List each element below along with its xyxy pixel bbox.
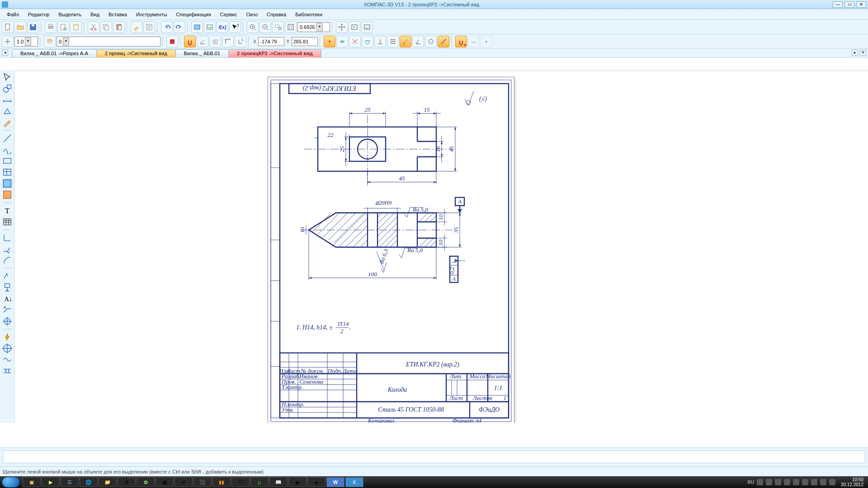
layers-button[interactable] bbox=[44, 36, 56, 47]
layer-combo[interactable]: 0▾ bbox=[57, 37, 160, 47]
zoom-in-button[interactable] bbox=[247, 21, 259, 33]
menu-libs[interactable]: Библиотеки bbox=[291, 10, 326, 19]
snap-toggle-button[interactable] bbox=[184, 36, 196, 47]
taskbar-item-book[interactable]: 📖 bbox=[269, 477, 288, 487]
tabs-scroll-left[interactable]: ◂ bbox=[2, 50, 8, 56]
fill-tool-icon[interactable] bbox=[2, 190, 13, 200]
table-tool-icon[interactable] bbox=[2, 167, 13, 177]
print-preview-button[interactable] bbox=[57, 21, 69, 33]
menu-window[interactable]: Окно bbox=[242, 10, 262, 19]
grid-button[interactable] bbox=[209, 36, 221, 47]
surface-finish-tool-icon[interactable] bbox=[2, 271, 13, 281]
tray-icon[interactable] bbox=[766, 479, 772, 485]
property-panel-content[interactable] bbox=[3, 450, 865, 463]
undo-button[interactable] bbox=[161, 21, 173, 33]
menu-edit[interactable]: Редактор bbox=[24, 10, 53, 19]
target-tool-icon[interactable] bbox=[2, 343, 13, 353]
edit-tool-icon[interactable] bbox=[2, 117, 13, 127]
tray-icon[interactable] bbox=[757, 479, 763, 485]
snap-disable-button[interactable]: ― bbox=[468, 36, 480, 47]
snap-add-button[interactable]: + bbox=[481, 36, 492, 47]
zoom-previous-button[interactable] bbox=[349, 21, 360, 33]
menu-help[interactable]: Справка bbox=[263, 10, 290, 19]
menu-service[interactable]: Сервис bbox=[216, 10, 241, 19]
zoom-extents-button[interactable] bbox=[285, 21, 297, 33]
snap-midpoint-button[interactable] bbox=[336, 36, 348, 47]
fx-button[interactable]: f(x) bbox=[217, 21, 228, 33]
arc-dim-tool-icon[interactable] bbox=[2, 255, 13, 265]
base-line-tool-icon[interactable] bbox=[2, 233, 13, 243]
geometry-tool-icon[interactable] bbox=[2, 84, 13, 94]
wave-tool-icon[interactable] bbox=[2, 355, 13, 365]
snap-nearest-button[interactable] bbox=[324, 36, 335, 47]
taskbar-item-kompas[interactable]: К bbox=[345, 477, 363, 487]
drawing-canvas[interactable]: ЕТИ.КГ.КР2 (вар.2) (√) bbox=[15, 70, 868, 423]
zoom-combo[interactable]: 0.6926▾ bbox=[297, 22, 330, 32]
tray-icon[interactable] bbox=[802, 479, 808, 485]
tray-clock[interactable]: 10:5020.12.2012 bbox=[838, 477, 866, 487]
tray-icon[interactable] bbox=[811, 479, 817, 485]
tray-volume-icon[interactable] bbox=[829, 479, 835, 485]
y-coord-field[interactable] bbox=[292, 37, 318, 46]
line-tool-icon[interactable] bbox=[2, 133, 13, 143]
menu-insert[interactable]: Вставка bbox=[104, 10, 131, 19]
close-button[interactable]: ✕ bbox=[856, 1, 866, 8]
taskbar-item-app6[interactable]: ▮▮ bbox=[212, 477, 231, 487]
snap-normal-button[interactable] bbox=[374, 36, 386, 47]
new-button[interactable] bbox=[2, 21, 14, 33]
menu-view[interactable]: Вид bbox=[86, 10, 104, 19]
angle-snap-button[interactable] bbox=[197, 36, 208, 47]
refresh-button[interactable] bbox=[361, 21, 373, 33]
menu-select[interactable]: Выделить bbox=[54, 10, 85, 19]
tray-lang[interactable]: RU bbox=[747, 480, 754, 485]
tabs-close[interactable]: ✕ bbox=[860, 50, 866, 56]
format-painter-button[interactable] bbox=[131, 21, 142, 33]
step-cursor-button[interactable] bbox=[2, 36, 14, 47]
break-tool-icon[interactable] bbox=[2, 366, 13, 376]
tray-icon[interactable] bbox=[784, 479, 790, 485]
menu-spec[interactable]: Спецификация bbox=[172, 10, 215, 19]
print-button[interactable] bbox=[45, 21, 57, 33]
taskbar-item-app4[interactable]: ☠ bbox=[175, 477, 193, 487]
local-cs-button[interactable]: L bbox=[235, 36, 246, 47]
ortho-button[interactable] bbox=[222, 36, 234, 47]
lightning-tool-icon[interactable] bbox=[2, 332, 13, 342]
snap-grid-button[interactable] bbox=[387, 36, 399, 47]
page-setup-button[interactable] bbox=[70, 21, 82, 33]
line-width-combo[interactable]: 1.0▾ bbox=[14, 37, 38, 47]
taskbar-item-app1[interactable]: ⚙ bbox=[118, 477, 136, 487]
tabs-scroll-right[interactable]: ▸ bbox=[852, 50, 858, 56]
hatch-tool-icon[interactable] bbox=[2, 178, 13, 188]
cut-button[interactable] bbox=[88, 21, 99, 33]
taskbar-item-app3[interactable]: ▦ bbox=[156, 477, 174, 487]
tray-icon[interactable] bbox=[793, 479, 799, 485]
tab-0[interactable]: Вилка _ АБВ.01 ->Разрез A-A bbox=[12, 49, 97, 57]
leader-tool-icon[interactable]: A bbox=[2, 305, 13, 315]
taskbar-item-media[interactable]: ▶ bbox=[42, 477, 60, 487]
weld-tool-icon[interactable] bbox=[2, 244, 13, 254]
tolerance-tool-icon[interactable]: A↓ bbox=[2, 294, 13, 304]
pan-button[interactable] bbox=[336, 21, 348, 33]
menu-tools[interactable]: Инструменты bbox=[132, 10, 171, 19]
snap-intersection-button[interactable] bbox=[349, 36, 361, 47]
x-coord-field[interactable] bbox=[258, 37, 284, 46]
taskbar-item-notes[interactable]: ☰ bbox=[61, 477, 79, 487]
taskbar-item-explorer[interactable]: ▣ bbox=[23, 477, 41, 487]
snap-angle-button[interactable] bbox=[412, 36, 424, 47]
copy-button[interactable] bbox=[100, 21, 112, 33]
menu-file[interactable]: Файл bbox=[3, 10, 23, 19]
notation-tool-icon[interactable] bbox=[2, 106, 13, 116]
open-button[interactable] bbox=[14, 21, 26, 33]
snap-point-button[interactable] bbox=[438, 36, 449, 47]
table2-tool-icon[interactable] bbox=[2, 217, 13, 227]
rectangle-tool-icon[interactable] bbox=[2, 156, 13, 166]
snap-endpoint-button[interactable] bbox=[400, 36, 411, 47]
stop-button[interactable] bbox=[166, 36, 178, 47]
spline-tool-icon[interactable] bbox=[2, 145, 13, 155]
taskbar-item-app5[interactable]: ⬛ bbox=[193, 477, 212, 487]
taskbar-item-daemon[interactable]: ▲ bbox=[307, 477, 326, 487]
taskbar-item-chrome[interactable]: ◉ bbox=[288, 477, 307, 487]
library-manager-button[interactable] bbox=[191, 21, 203, 33]
tray-icon[interactable] bbox=[820, 479, 826, 485]
taskbar-item-app2[interactable]: ✿ bbox=[137, 477, 155, 487]
